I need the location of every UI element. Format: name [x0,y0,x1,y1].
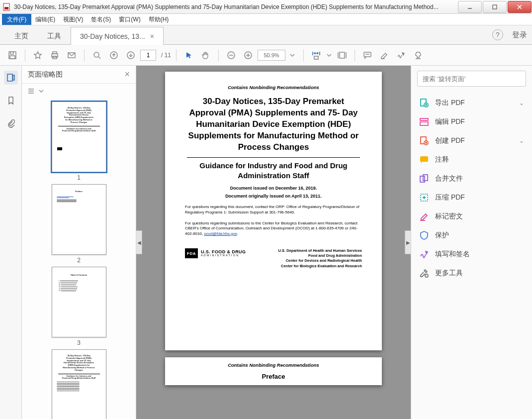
menu-sign[interactable]: 签名(S) [87,14,115,25]
thumbnail-1[interactable]: 30-Day Notices, 135-DayPremarket Approva… [22,102,136,181]
page-2: Contains Nonbinding Recommendations Pref… [165,357,382,385]
tool-combine[interactable]: 合并文件 [411,169,532,188]
contact-email-link[interactable]: ocod@fda.hhs.gov [204,231,237,236]
zoom-value[interactable]: 50.9% [258,50,285,61]
thumbnail-options[interactable] [22,84,136,99]
login-button[interactable]: 登录 [512,30,527,40]
edit-pdf-icon [419,117,429,127]
tab-strip: 主页 工具 30-Day Notices, 13... × ? 登录 [0,25,532,45]
menu-view[interactable]: 视图(V) [59,14,87,25]
menu-help[interactable]: 帮助(H) [145,14,173,25]
thumbnail-3-label: 3 [77,339,81,346]
thumbnails-rail-icon[interactable] [4,71,18,85]
svg-rect-40 [420,122,428,125]
tool-export-pdf[interactable]: 导出 PDF⌄ [411,94,532,112]
zoom-out-icon[interactable] [224,48,239,63]
svg-rect-44 [420,176,425,182]
svg-rect-3 [493,5,497,9]
mail-icon[interactable] [64,48,79,63]
svg-rect-39 [420,118,428,120]
svg-rect-43 [420,156,428,162]
zoom-dropdown-icon[interactable] [288,48,296,63]
menu-file[interactable]: 文件(F) [2,14,31,25]
svg-rect-7 [10,52,13,54]
collapse-right-icon[interactable]: ▶ [405,230,411,254]
pointer-icon[interactable] [181,48,196,63]
fit-dropdown-icon[interactable] [326,48,333,63]
fda-logo: FDA U.S. FOOD & DRUGADMINISTRATION [185,248,246,258]
window-controls [457,0,532,13]
document-subtitle: Guidance for Industry and Food and Drug … [185,161,362,181]
preface-heading: Preface [185,373,362,380]
menu-window[interactable]: 窗口(W) [115,14,144,25]
thumbnail-list: 30-Day Notices, 135-DayPremarket Approva… [22,99,136,419]
next-page-icon[interactable] [123,48,138,63]
left-rail [0,66,22,419]
print-icon[interactable] [47,48,62,63]
document-viewer[interactable]: ◀ ▶ Contains Nonbinding Recommendations … [136,66,411,419]
contact-text-1: For questions regarding this document, c… [185,205,362,215]
highlight-icon[interactable] [377,48,392,63]
svg-line-14 [98,57,100,59]
menu-edit[interactable]: 编辑(E) [31,14,59,25]
more-tools-icon [419,268,429,278]
thumbnail-panel: 页面缩略图 × 30-Day Notices, 135-DayPremarket… [22,66,136,419]
combine-icon [419,174,429,184]
close-button[interactable] [508,1,532,13]
hand-icon[interactable] [198,48,213,63]
attachments-rail-icon[interactable] [4,116,18,130]
svg-rect-33 [13,75,14,80]
svg-point-13 [94,52,99,57]
tab-home[interactable]: 主页 [5,27,38,45]
thumbnail-panel-title: 页面缩略图 [28,70,63,79]
close-tab-icon[interactable]: × [150,32,154,40]
page-display-icon[interactable] [335,48,350,63]
thumbnail-4[interactable]: 30-Day Notices, 135-DayPremarket Approva… [22,349,136,419]
title-rule [187,157,360,158]
prev-page-icon[interactable] [106,48,121,63]
collapse-left-icon[interactable]: ◀ [136,230,142,254]
nonbinding-header: Contains Nonbinding Recommendations [185,85,362,90]
star-icon[interactable] [30,48,45,63]
thumbnail-2[interactable]: Preface▬▬▬▬▬▬▬▬▬▬▬▬▬▬▬▬▬▬▬▬▬▬▬▬▬▬▬▬▬▬▬▬▬… [22,184,136,264]
search-icon[interactable] [89,48,104,63]
svg-rect-8 [10,56,15,59]
tool-edit-pdf[interactable]: 编辑 PDF [411,112,532,131]
fill-sign-icon [419,249,429,259]
tab-document[interactable]: 30-Day Notices, 13... × [71,27,164,45]
department-block: U.S. Department of Health and Human Serv… [278,248,362,269]
sign-tool-icon[interactable] [394,48,409,63]
stamp-icon[interactable] [411,48,426,63]
svg-rect-32 [7,74,12,81]
main-area: 页面缩略图 × 30-Day Notices, 135-DayPremarket… [0,66,532,419]
original-date: Document originally issued on April 13, … [185,194,362,199]
bookmarks-rail-icon[interactable] [4,94,18,107]
help-icon[interactable]: ? [492,29,503,40]
page-number-input[interactable] [140,50,156,61]
tool-redact[interactable]: 标记密文 [411,207,532,226]
svg-rect-10 [53,52,57,54]
maximize-button[interactable] [483,1,507,13]
thumbnail-1-label: 1 [77,174,81,181]
compress-icon [419,193,429,203]
tool-fill-sign[interactable]: 填写和签名 [411,245,532,264]
tools-search-input[interactable] [417,71,526,87]
zoom-in-icon[interactable] [241,48,256,63]
minimize-button[interactable] [458,1,482,13]
export-pdf-icon [419,98,429,108]
page-footer: FDA U.S. FOOD & DRUGADMINISTRATION U.S. … [185,248,362,269]
tool-protect[interactable]: 保护 [411,226,532,245]
tool-more[interactable]: 更多工具 [411,264,532,283]
comment-icon[interactable] [360,48,375,63]
fda-mark: FDA [185,248,198,258]
tool-compress[interactable]: 压缩 PDF [411,188,532,207]
tab-tools[interactable]: 工具 [38,27,71,45]
tool-create-pdf[interactable]: 创建 PDF⌄ [411,131,532,150]
tool-comment[interactable]: 注释 [411,150,532,169]
thumbnail-2-label: 2 [77,257,81,264]
thumbnail-3[interactable]: Table of ContentsI. ▬▬▬▬▬▬▬▬▬▬▬▬II. ▬▬▬▬… [22,267,136,346]
document-title: 30-Day Notices, 135-Day Premarket Approv… [185,96,362,153]
close-thumbnails-icon[interactable]: × [124,69,130,80]
save-icon[interactable] [5,48,20,63]
fit-width-icon[interactable] [309,48,324,63]
